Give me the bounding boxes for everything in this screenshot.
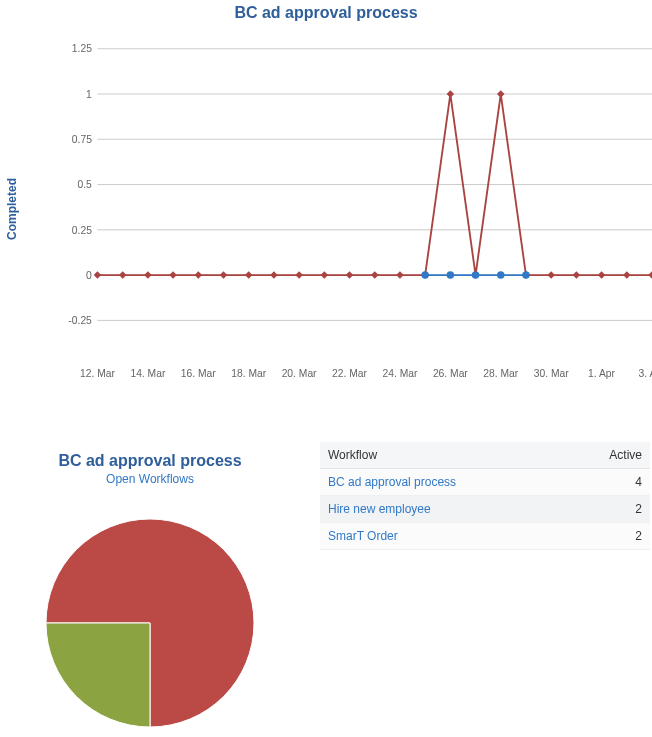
line-chart-ylabel: Completed [5, 178, 19, 240]
svg-text:-0.25: -0.25 [68, 315, 92, 326]
line-chart: BC ad approval process Completed -0.2500… [0, 0, 652, 420]
svg-text:20. Mar: 20. Mar [282, 368, 317, 379]
workflow-active-count: 4 [567, 469, 650, 496]
svg-text:1: 1 [86, 89, 92, 100]
svg-text:3. Apr: 3. Apr [639, 368, 652, 379]
svg-text:0.25: 0.25 [72, 225, 92, 236]
line-chart-plot: -0.2500.250.50.7511.2512. Mar14. Mar16. … [60, 35, 652, 375]
line-chart-title: BC ad approval process [0, 4, 652, 22]
pie-chart-svg [43, 516, 257, 730]
svg-text:12. Mar: 12. Mar [80, 368, 115, 379]
workflow-link[interactable]: BC ad approval process [320, 469, 567, 496]
svg-text:16. Mar: 16. Mar [181, 368, 216, 379]
svg-text:0.5: 0.5 [78, 179, 93, 190]
workflow-table: Workflow Active BC ad approval process4H… [320, 442, 650, 550]
workflow-table-panel: Workflow Active BC ad approval process4H… [320, 442, 650, 550]
svg-text:28. Mar: 28. Mar [483, 368, 518, 379]
svg-text:24. Mar: 24. Mar [382, 368, 417, 379]
workflow-active-count: 2 [567, 496, 650, 523]
workflow-active-count: 2 [567, 523, 650, 550]
svg-text:14. Mar: 14. Mar [130, 368, 165, 379]
svg-point-26 [421, 271, 428, 278]
svg-text:26. Mar: 26. Mar [433, 368, 468, 379]
pie-chart: BC ad approval process Open Workflows [0, 440, 300, 730]
workflow-link[interactable]: Hire new employee [320, 496, 567, 523]
svg-text:22. Mar: 22. Mar [332, 368, 367, 379]
svg-point-29 [497, 271, 504, 278]
svg-text:1. Apr: 1. Apr [588, 368, 615, 379]
svg-point-27 [447, 271, 454, 278]
pie-chart-title: BC ad approval process [0, 452, 300, 470]
svg-point-28 [472, 271, 479, 278]
col-workflow: Workflow [320, 442, 567, 469]
svg-text:0.75: 0.75 [72, 134, 92, 145]
line-chart-svg: -0.2500.250.50.7511.2512. Mar14. Mar16. … [60, 35, 652, 395]
table-row: SmarT Order2 [320, 523, 650, 550]
workflow-link[interactable]: SmarT Order [320, 523, 567, 550]
pie-chart-subtitle: Open Workflows [0, 472, 300, 486]
svg-text:1.25: 1.25 [72, 43, 92, 54]
svg-text:30. Mar: 30. Mar [534, 368, 569, 379]
svg-text:0: 0 [86, 270, 92, 281]
table-row: BC ad approval process4 [320, 469, 650, 496]
col-active: Active [567, 442, 650, 469]
table-row: Hire new employee2 [320, 496, 650, 523]
svg-text:18. Mar: 18. Mar [231, 368, 266, 379]
svg-point-30 [522, 271, 529, 278]
